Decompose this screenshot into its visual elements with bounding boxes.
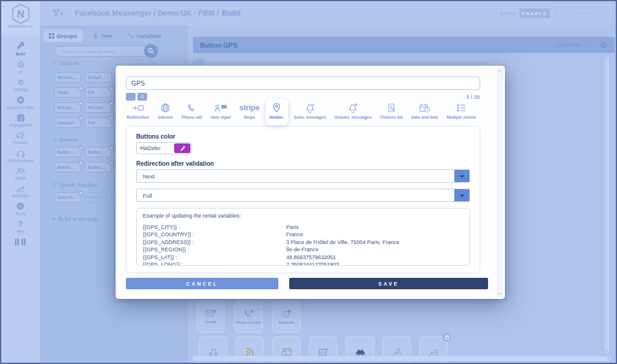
redirection-selected-value: Next [143, 173, 155, 180]
variable-row: {{GPS_CITY}} :Paris [143, 224, 463, 231]
insert-variable-button[interactable]: … [126, 93, 136, 101]
tab-groups[interactable]: Groups [43, 30, 83, 42]
panel-scroll-up-icon[interactable]: ▲ [179, 47, 182, 51]
link-badge-icon: ∞ [108, 115, 114, 121]
link-badge-icon: ∞ [108, 85, 114, 91]
cancel-button[interactable]: CANCEL [126, 278, 278, 289]
language-switcher[interactable] [15, 239, 27, 245]
sequence-chip[interactable]: Welcom... [54, 72, 81, 83]
variable-row: {{GPS_LONG}} :2.3508244127051903 [143, 261, 463, 266]
main-vertical-scrollbar[interactable]: ▲▼ [605, 57, 609, 353]
sequence-settings-gear-icon[interactable]: ⚙ [600, 41, 607, 49]
color-picker-button[interactable] [174, 143, 190, 153]
sequence-chip[interactable]: Button ... ∞ [85, 147, 112, 157]
tab-tree[interactable]: Tree [87, 30, 118, 42]
group-default-chips: Welcom... Default ... Video ∞ Pdf ∞ Ask … [54, 72, 112, 128]
block-type-tabs: Redirection Internet Phone call [124, 101, 478, 125]
search-button[interactable] [144, 44, 158, 58]
display-mode-select[interactable]: Full [136, 189, 470, 202]
sidebar-nav: Build AI ⚙ Settings Exclusive tools f En… [1, 36, 40, 363]
app-window: Facebook Messenger / Demo UK - FBM / Bui… [0, 0, 617, 364]
emoji-button[interactable]: ☺ [137, 93, 147, 101]
buttons-color-input[interactable] [137, 145, 174, 151]
sidebar-item-ai[interactable]: AI [1, 60, 40, 74]
modal-scrollbar[interactable]: ▲▼ [497, 68, 503, 297]
add-group-button[interactable]: + Add a group [52, 215, 98, 222]
sequence-chip[interactable]: Quick R... ∞ [54, 192, 81, 202]
sidebar-item-help[interactable]: ? Help [1, 220, 40, 233]
gear-icon: ⚙ [17, 78, 24, 86]
eyedropper-icon [180, 145, 186, 151]
tab-date-and-time[interactable]: Date and time [409, 101, 441, 121]
sidebar-item-engagement[interactable]: f Engagement [1, 114, 40, 127]
tab-multiple-choice[interactable]: Multiple choice [444, 101, 478, 121]
breadcrumb-path[interactable]: Facebook Messenger / Demo UK - FBM / [75, 9, 219, 17]
link-badge-icon: ∞ [108, 160, 114, 166]
sequence-chip[interactable]: Pet next ∞ [85, 102, 112, 113]
sidebar-item-analytics[interactable]: Analytics [1, 184, 40, 198]
card-email[interactable]: E-mail [196, 301, 225, 333]
enable-button[interactable]: ENABLE [519, 8, 550, 18]
redirect-user-icon [392, 347, 402, 357]
sidebar-item-build[interactable]: Build [1, 42, 40, 56]
sequence-search-input[interactable] [54, 46, 159, 57]
smiley-icon: ☺ [139, 94, 145, 99]
tab-redirection[interactable]: Redirection [124, 101, 151, 121]
plus-circle-icon [16, 96, 25, 104]
tab-unsubs-messages[interactable]: Unsubs. messages [332, 101, 374, 121]
sidebar-item-conversations[interactable]: Conversations [1, 149, 40, 163]
sequence-chip[interactable]: Pdf ∞ [85, 87, 112, 98]
globe-icon [160, 103, 171, 113]
svg-text:!: ! [20, 204, 22, 210]
sidebar-scroll-up-icon[interactable]: ▲ [34, 37, 37, 41]
tab-phone-call[interactable]: Phone call [179, 101, 204, 121]
group-header-default[interactable]: ▽ Default [53, 60, 79, 66]
redirection-icon [131, 103, 145, 113]
tab-variables[interactable]: Variables [122, 30, 167, 42]
main-horizontal-scrollbar[interactable]: ▶ [193, 356, 611, 361]
collapse-icon: ▽ [53, 183, 56, 187]
test-button[interactable]: TEST [556, 8, 613, 19]
sequence-chip[interactable]: Carousel ∞ [54, 118, 81, 128]
sequence-chip[interactable]: Ask pet ... ∞ [54, 102, 81, 113]
users-icon [16, 167, 25, 175]
sidebar-item-exclusive-tools[interactable]: Exclusive tools [1, 96, 40, 110]
card-reminder[interactable]: Reminder [272, 301, 301, 333]
sequence-chip[interactable]: Button ... ∞ [54, 147, 81, 157]
back-to-sequences-icon[interactable] [51, 8, 67, 18]
add-sequence-chip[interactable]: + Add a... [85, 192, 112, 202]
grid-icon [49, 33, 54, 39]
redirection-select[interactable]: Next [136, 169, 470, 183]
sequence-chip[interactable]: Default ... [85, 72, 112, 83]
sidebar-item-settings[interactable]: ⚙ Settings [1, 78, 40, 92]
sidebar-item-promote[interactable]: Promote [1, 131, 40, 145]
tab-user-input[interactable]: User Input [208, 101, 233, 121]
save-button[interactable]: SAVE [289, 278, 488, 289]
sequence-chip[interactable]: Video ∞ [54, 87, 81, 98]
sequence-chip[interactable]: Button ... ∞ [54, 162, 81, 172]
multiple-choice-icon [456, 103, 466, 113]
sequence-chip[interactable]: Button ... ∞ [85, 162, 112, 172]
tab-internet[interactable]: Internet [155, 101, 175, 121]
tab-geoloc[interactable]: Geoloc. [266, 99, 288, 125]
svg-text:N: N [17, 8, 24, 20]
keywords-button[interactable]: Keywords [556, 42, 581, 48]
botnation-logo[interactable]: N BOTNATION AI [1, 1, 40, 36]
sidebar-item-alerts[interactable]: ! Alerts [1, 202, 40, 216]
buttons-color-label: Buttons color [136, 133, 470, 140]
group-header-button[interactable]: ▽ Button [53, 136, 78, 143]
megaphone-icon [16, 131, 25, 139]
group-header-quick-replies[interactable]: ▽ Quick Replies [53, 181, 97, 188]
collapse-icon: ▽ [53, 61, 56, 66]
breadcrumb: Facebook Messenger / Demo UK - FBM / Bui… [75, 1, 240, 25]
tab-choices-list[interactable]: Choices list [377, 101, 405, 121]
keywords-count-badge: ☺0 [586, 42, 595, 48]
sidebar-item-users[interactable]: Users [1, 167, 40, 180]
tab-stripe[interactable]: Stripe Stripe [237, 101, 262, 121]
tab-subs-messages[interactable]: Subs. messages [292, 101, 328, 121]
sequence-name-input[interactable] [126, 77, 480, 90]
sequence-chip[interactable]: Poll ∞ [85, 118, 112, 128]
automation-icon [208, 347, 219, 357]
map-pin-icon [272, 102, 281, 113]
card-phone-number[interactable]: Phone number [234, 301, 263, 333]
